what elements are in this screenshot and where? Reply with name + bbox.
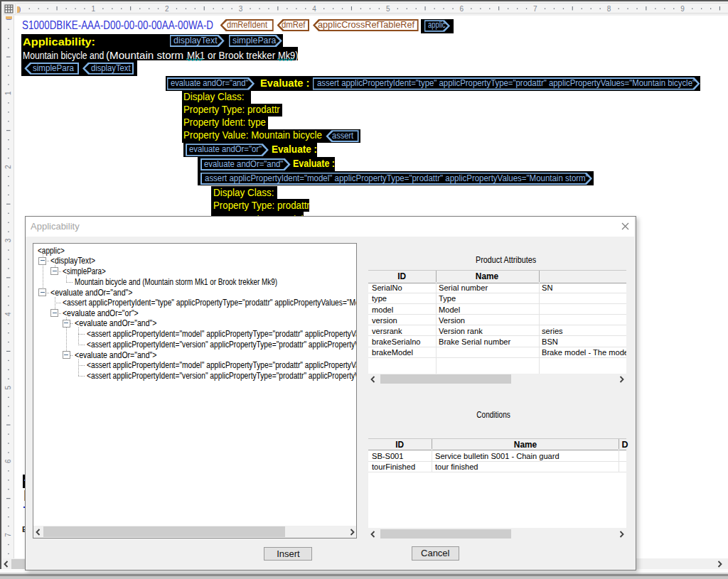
svg-text:2: 2 <box>165 5 169 13</box>
svg-text:6: 6 <box>4 459 12 463</box>
svg-text:1: 1 <box>4 91 12 95</box>
svg-text:3: 3 <box>4 238 12 242</box>
svg-text:8: 8 <box>607 5 611 13</box>
svg-text:3: 3 <box>239 5 243 13</box>
svg-text:7: 7 <box>4 533 12 537</box>
svg-text:5: 5 <box>386 5 390 13</box>
svg-text:9: 9 <box>680 5 685 13</box>
svg-text:5: 5 <box>4 385 12 389</box>
svg-text:6: 6 <box>460 5 464 13</box>
svg-text:4: 4 <box>4 312 12 316</box>
svg-text:1: 1 <box>92 5 96 13</box>
svg-text:4: 4 <box>312 5 316 13</box>
svg-text:2: 2 <box>4 165 12 169</box>
svg-text:7: 7 <box>533 5 537 13</box>
